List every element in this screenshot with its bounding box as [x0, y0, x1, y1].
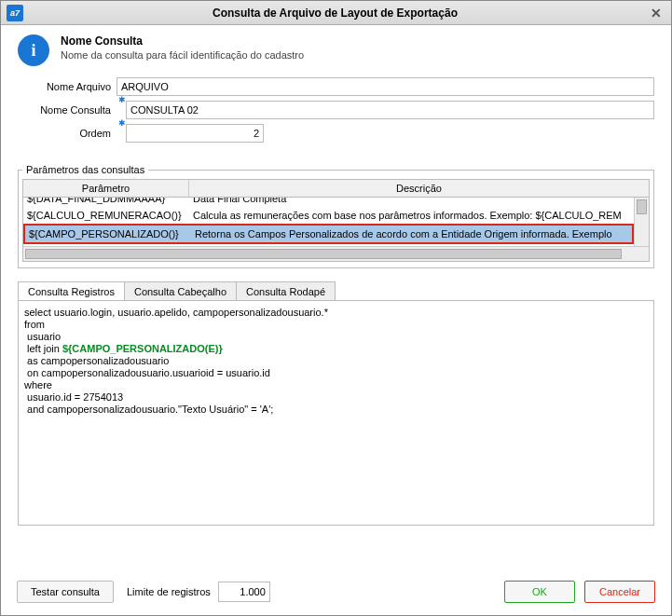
table-row[interactable]: ${DATA_FINAL_DDMMAAAA} Data Final Comple… — [23, 198, 634, 207]
limite-label: Limite de registros — [127, 586, 211, 597]
close-icon[interactable]: ✕ — [647, 6, 665, 21]
ordem-label: Ordem — [18, 128, 111, 139]
testar-consulta-button[interactable]: Testar consulta — [17, 581, 114, 603]
header-subtitle: Nome da consulta para fácil identificaçã… — [61, 49, 304, 61]
app-icon: a7 — [7, 5, 23, 21]
params-table-header: Parâmetro Descrição — [23, 180, 649, 198]
param-cell: ${CAMPO_PERSONALIZADO()} — [25, 228, 191, 240]
vertical-scrollbar[interactable] — [634, 198, 649, 246]
nome-consulta-input[interactable] — [126, 101, 654, 119]
params-table-body: ${DATA_FINAL_DDMMAAAA} Data Final Comple… — [23, 198, 649, 246]
tab-rodape[interactable]: Consulta Rodapé — [236, 281, 336, 301]
horizontal-scrollbar[interactable] — [23, 246, 649, 261]
desc-cell: Retorna os Campos Personalizados de acor… — [191, 228, 632, 240]
nome-arquivo-label: Nome Arquivo — [18, 81, 111, 92]
required-icon: ✱ — [118, 118, 126, 137]
ok-button[interactable]: OK — [504, 581, 575, 603]
window-title: Consulta de Arquivo de Layout de Exporta… — [23, 7, 647, 20]
titlebar: a7 Consulta de Arquivo de Layout de Expo… — [1, 1, 671, 25]
query-tabs: Consulta Registros Consulta Cabeçalho Co… — [18, 281, 654, 301]
desc-cell: Data Final Completa — [189, 198, 634, 204]
info-header: i Nome Consulta Nome da consulta para fá… — [1, 25, 671, 72]
cancel-button[interactable]: Cancelar — [584, 581, 655, 603]
desc-cell: Calcula as remunerações com base nos par… — [189, 210, 634, 221]
footer: Testar consulta Limite de registros OK C… — [0, 571, 672, 616]
required-icon: ✱ — [118, 95, 126, 114]
table-row-selected[interactable]: ${CAMPO_PERSONALIZADO()} Retorna os Camp… — [23, 224, 634, 244]
params-fieldset: Parâmetros das consultas Parâmetro Descr… — [18, 164, 654, 268]
param-cell: ${CALCULO_REMUNERACAO()} — [23, 210, 189, 221]
col-header-param: Parâmetro — [23, 180, 189, 197]
sql-editor[interactable]: select usuario.login, usuario.apelido, c… — [18, 300, 654, 526]
col-header-desc: Descrição — [189, 180, 649, 197]
tab-registros[interactable]: Consulta Registros — [18, 281, 125, 301]
table-row[interactable]: ${CALCULO_REMUNERACAO()} Calcula as remu… — [23, 207, 634, 224]
nome-consulta-label: Nome Consulta — [18, 104, 111, 116]
header-title: Nome Consulta — [61, 34, 304, 48]
form-area: Nome Arquivo Nome Consulta ✱ Ordem ✱ — [1, 72, 671, 157]
params-legend: Parâmetros das consultas — [22, 164, 148, 175]
limite-input[interactable] — [218, 582, 270, 602]
nome-arquivo-input[interactable] — [117, 77, 654, 96]
param-cell: ${DATA_FINAL_DDMMAAAA} — [23, 198, 189, 204]
tab-cabecalho[interactable]: Consulta Cabeçalho — [124, 281, 237, 301]
ordem-input[interactable] — [126, 124, 264, 143]
info-icon: i — [18, 34, 49, 66]
